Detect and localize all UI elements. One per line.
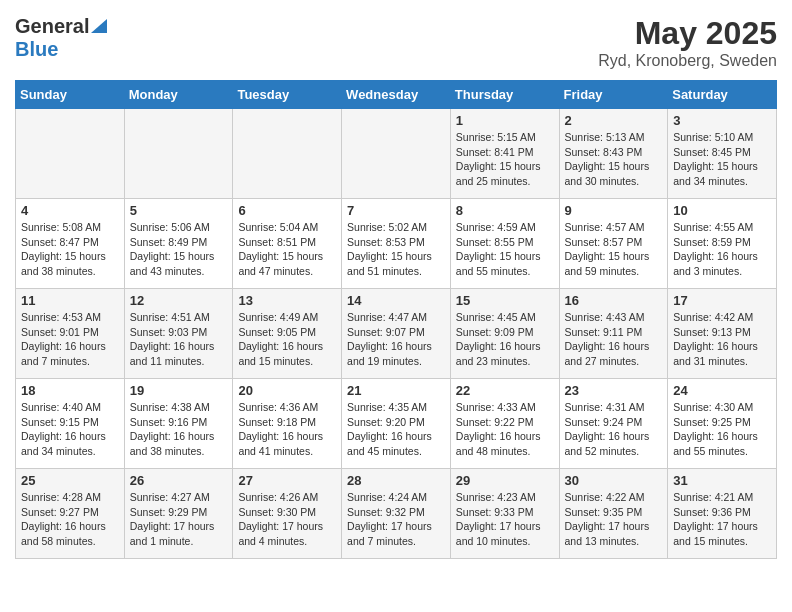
calendar-day-cell: 5Sunrise: 5:06 AMSunset: 8:49 PMDaylight… [124, 199, 233, 289]
logo-triangle-icon [91, 19, 107, 37]
day-number: 9 [565, 203, 663, 218]
calendar-day-cell: 18Sunrise: 4:40 AMSunset: 9:15 PMDayligh… [16, 379, 125, 469]
day-info: Sunrise: 4:33 AMSunset: 9:22 PMDaylight:… [456, 400, 554, 459]
day-number: 8 [456, 203, 554, 218]
day-number: 31 [673, 473, 771, 488]
calendar-week-row: 4Sunrise: 5:08 AMSunset: 8:47 PMDaylight… [16, 199, 777, 289]
day-number: 6 [238, 203, 336, 218]
calendar-day-cell: 21Sunrise: 4:35 AMSunset: 9:20 PMDayligh… [342, 379, 451, 469]
page-subtitle: Ryd, Kronoberg, Sweden [598, 52, 777, 70]
day-info: Sunrise: 4:36 AMSunset: 9:18 PMDaylight:… [238, 400, 336, 459]
day-info: Sunrise: 4:55 AMSunset: 8:59 PMDaylight:… [673, 220, 771, 279]
calendar-day-cell: 8Sunrise: 4:59 AMSunset: 8:55 PMDaylight… [450, 199, 559, 289]
day-info: Sunrise: 4:27 AMSunset: 9:29 PMDaylight:… [130, 490, 228, 549]
day-number: 13 [238, 293, 336, 308]
day-info: Sunrise: 4:38 AMSunset: 9:16 PMDaylight:… [130, 400, 228, 459]
calendar-day-cell: 10Sunrise: 4:55 AMSunset: 8:59 PMDayligh… [668, 199, 777, 289]
calendar-day-cell: 12Sunrise: 4:51 AMSunset: 9:03 PMDayligh… [124, 289, 233, 379]
day-info: Sunrise: 4:47 AMSunset: 9:07 PMDaylight:… [347, 310, 445, 369]
calendar-week-row: 11Sunrise: 4:53 AMSunset: 9:01 PMDayligh… [16, 289, 777, 379]
day-number: 5 [130, 203, 228, 218]
day-info: Sunrise: 4:42 AMSunset: 9:13 PMDaylight:… [673, 310, 771, 369]
calendar-day-cell: 2Sunrise: 5:13 AMSunset: 8:43 PMDaylight… [559, 109, 668, 199]
logo: General Blue [15, 15, 107, 61]
day-info: Sunrise: 4:49 AMSunset: 9:05 PMDaylight:… [238, 310, 336, 369]
calendar-day-cell: 22Sunrise: 4:33 AMSunset: 9:22 PMDayligh… [450, 379, 559, 469]
calendar-day-cell: 30Sunrise: 4:22 AMSunset: 9:35 PMDayligh… [559, 469, 668, 559]
day-number: 3 [673, 113, 771, 128]
calendar-day-cell [342, 109, 451, 199]
day-info: Sunrise: 4:43 AMSunset: 9:11 PMDaylight:… [565, 310, 663, 369]
day-info: Sunrise: 4:24 AMSunset: 9:32 PMDaylight:… [347, 490, 445, 549]
calendar-week-row: 1Sunrise: 5:15 AMSunset: 8:41 PMDaylight… [16, 109, 777, 199]
day-number: 20 [238, 383, 336, 398]
calendar-day-cell: 7Sunrise: 5:02 AMSunset: 8:53 PMDaylight… [342, 199, 451, 289]
calendar-day-cell: 20Sunrise: 4:36 AMSunset: 9:18 PMDayligh… [233, 379, 342, 469]
calendar-day-cell: 24Sunrise: 4:30 AMSunset: 9:25 PMDayligh… [668, 379, 777, 469]
weekday-header-row: SundayMondayTuesdayWednesdayThursdayFrid… [16, 81, 777, 109]
day-info: Sunrise: 4:40 AMSunset: 9:15 PMDaylight:… [21, 400, 119, 459]
calendar-day-cell: 3Sunrise: 5:10 AMSunset: 8:45 PMDaylight… [668, 109, 777, 199]
calendar-day-cell: 1Sunrise: 5:15 AMSunset: 8:41 PMDaylight… [450, 109, 559, 199]
day-info: Sunrise: 4:22 AMSunset: 9:35 PMDaylight:… [565, 490, 663, 549]
calendar-day-cell: 23Sunrise: 4:31 AMSunset: 9:24 PMDayligh… [559, 379, 668, 469]
day-number: 27 [238, 473, 336, 488]
calendar-day-cell: 4Sunrise: 5:08 AMSunset: 8:47 PMDaylight… [16, 199, 125, 289]
calendar-day-cell: 14Sunrise: 4:47 AMSunset: 9:07 PMDayligh… [342, 289, 451, 379]
day-number: 24 [673, 383, 771, 398]
calendar-day-cell: 17Sunrise: 4:42 AMSunset: 9:13 PMDayligh… [668, 289, 777, 379]
day-info: Sunrise: 5:04 AMSunset: 8:51 PMDaylight:… [238, 220, 336, 279]
day-info: Sunrise: 4:30 AMSunset: 9:25 PMDaylight:… [673, 400, 771, 459]
day-number: 30 [565, 473, 663, 488]
calendar-week-row: 25Sunrise: 4:28 AMSunset: 9:27 PMDayligh… [16, 469, 777, 559]
calendar-day-cell [233, 109, 342, 199]
day-number: 29 [456, 473, 554, 488]
weekday-header-tuesday: Tuesday [233, 81, 342, 109]
calendar-day-cell: 25Sunrise: 4:28 AMSunset: 9:27 PMDayligh… [16, 469, 125, 559]
day-info: Sunrise: 4:26 AMSunset: 9:30 PMDaylight:… [238, 490, 336, 549]
calendar-day-cell: 13Sunrise: 4:49 AMSunset: 9:05 PMDayligh… [233, 289, 342, 379]
calendar-day-cell [16, 109, 125, 199]
day-number: 7 [347, 203, 445, 218]
weekday-header-saturday: Saturday [668, 81, 777, 109]
weekday-header-friday: Friday [559, 81, 668, 109]
calendar-day-cell: 26Sunrise: 4:27 AMSunset: 9:29 PMDayligh… [124, 469, 233, 559]
day-number: 17 [673, 293, 771, 308]
day-number: 14 [347, 293, 445, 308]
day-info: Sunrise: 4:51 AMSunset: 9:03 PMDaylight:… [130, 310, 228, 369]
calendar-day-cell: 6Sunrise: 5:04 AMSunset: 8:51 PMDaylight… [233, 199, 342, 289]
weekday-header-sunday: Sunday [16, 81, 125, 109]
day-info: Sunrise: 4:59 AMSunset: 8:55 PMDaylight:… [456, 220, 554, 279]
calendar-day-cell: 28Sunrise: 4:24 AMSunset: 9:32 PMDayligh… [342, 469, 451, 559]
calendar-week-row: 18Sunrise: 4:40 AMSunset: 9:15 PMDayligh… [16, 379, 777, 469]
day-info: Sunrise: 4:28 AMSunset: 9:27 PMDaylight:… [21, 490, 119, 549]
calendar-day-cell: 15Sunrise: 4:45 AMSunset: 9:09 PMDayligh… [450, 289, 559, 379]
day-number: 2 [565, 113, 663, 128]
day-number: 26 [130, 473, 228, 488]
calendar-day-cell: 29Sunrise: 4:23 AMSunset: 9:33 PMDayligh… [450, 469, 559, 559]
calendar-header: SundayMondayTuesdayWednesdayThursdayFrid… [16, 81, 777, 109]
day-info: Sunrise: 4:57 AMSunset: 8:57 PMDaylight:… [565, 220, 663, 279]
calendar-body: 1Sunrise: 5:15 AMSunset: 8:41 PMDaylight… [16, 109, 777, 559]
calendar-day-cell: 31Sunrise: 4:21 AMSunset: 9:36 PMDayligh… [668, 469, 777, 559]
day-number: 12 [130, 293, 228, 308]
day-number: 1 [456, 113, 554, 128]
day-number: 11 [21, 293, 119, 308]
calendar-table: SundayMondayTuesdayWednesdayThursdayFrid… [15, 80, 777, 559]
day-info: Sunrise: 4:45 AMSunset: 9:09 PMDaylight:… [456, 310, 554, 369]
weekday-header-wednesday: Wednesday [342, 81, 451, 109]
day-number: 15 [456, 293, 554, 308]
weekday-header-thursday: Thursday [450, 81, 559, 109]
logo-blue-text: Blue [15, 38, 58, 60]
svg-marker-0 [91, 19, 107, 33]
day-info: Sunrise: 5:13 AMSunset: 8:43 PMDaylight:… [565, 130, 663, 189]
day-info: Sunrise: 5:02 AMSunset: 8:53 PMDaylight:… [347, 220, 445, 279]
day-number: 16 [565, 293, 663, 308]
logo-general-text: General [15, 15, 89, 38]
day-number: 19 [130, 383, 228, 398]
calendar-day-cell: 11Sunrise: 4:53 AMSunset: 9:01 PMDayligh… [16, 289, 125, 379]
day-number: 21 [347, 383, 445, 398]
day-number: 28 [347, 473, 445, 488]
day-info: Sunrise: 4:23 AMSunset: 9:33 PMDaylight:… [456, 490, 554, 549]
day-info: Sunrise: 5:06 AMSunset: 8:49 PMDaylight:… [130, 220, 228, 279]
